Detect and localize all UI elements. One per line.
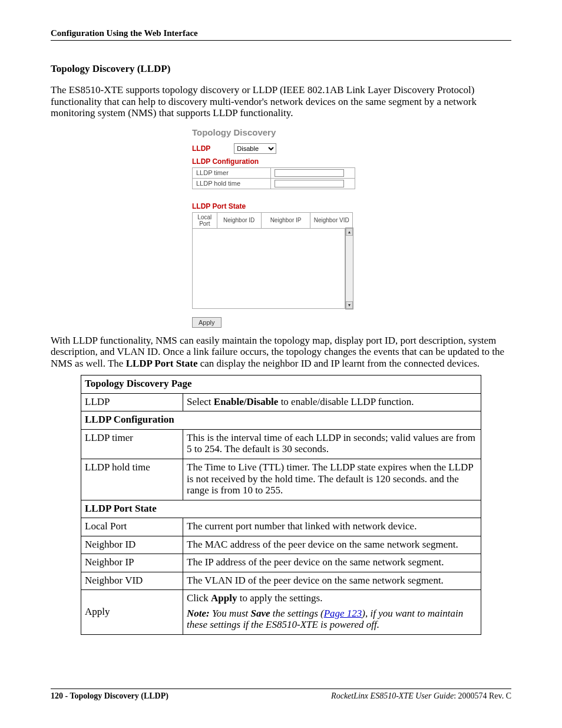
page-footer: 120 - Topology Discovery (LLDP) RocketLi… bbox=[51, 689, 511, 701]
row-cfg-header: LLDP Configuration bbox=[81, 411, 481, 430]
row-apply-desc: Click Apply to apply the settings. Note:… bbox=[183, 590, 481, 635]
row-hold-label: LLDP hold time bbox=[81, 459, 183, 500]
paragraph-2: With LLDP functionality, NMS can easily … bbox=[51, 335, 511, 370]
ps-col-nip: Neighbor IP bbox=[261, 212, 310, 228]
lldp-label: LLDP bbox=[192, 144, 210, 153]
section-title: Topology Discovery (LLDP) bbox=[51, 63, 511, 75]
lldp-config-table: LLDP timer LLDP hold time bbox=[192, 167, 355, 189]
row-timer-label: LLDP timer bbox=[81, 429, 183, 459]
lldp-timer-input[interactable] bbox=[275, 169, 344, 177]
row-hold-desc: The Time to Live (TTL) timer. The LLDP s… bbox=[183, 459, 481, 500]
row-nvid-desc: The VLAN ID of the peer device on the sa… bbox=[183, 572, 481, 590]
row-local-desc: The current port number that linked with… bbox=[183, 518, 481, 536]
ps-col-nvid: Neighbor VID bbox=[310, 212, 353, 228]
lldp-portstate-header: LLDP Port State bbox=[192, 202, 381, 210]
portstate-body: ▴ ▾ bbox=[192, 229, 345, 309]
description-table: Topology Discovery Page LLDP Select Enab… bbox=[81, 375, 481, 635]
desc-title: Topology Discovery Page bbox=[81, 375, 481, 394]
row-nid-desc: The MAC address of the peer device on th… bbox=[183, 536, 481, 554]
scrollbar[interactable]: ▴ ▾ bbox=[345, 228, 353, 309]
scroll-down-icon[interactable]: ▾ bbox=[346, 301, 353, 309]
footer-left: 120 - Topology Discovery (LLDP) bbox=[51, 691, 168, 701]
row-nip-label: Neighbor IP bbox=[81, 554, 183, 572]
intro-paragraph: The ES8510-XTE supports topology discove… bbox=[51, 84, 511, 119]
row-lldp-label: LLDP bbox=[81, 393, 183, 411]
lldp-hold-input[interactable] bbox=[275, 180, 344, 187]
row-nip-desc: The IP address of the peer device on the… bbox=[183, 554, 481, 572]
row-timer-desc: This is the interval time of each LLDP i… bbox=[183, 429, 481, 459]
ps-col-nid: Neighbor ID bbox=[217, 212, 261, 228]
footer-right: RocketLinx ES8510-XTE User Guide: 200057… bbox=[331, 691, 511, 701]
row-ps-header: LLDP Port State bbox=[81, 500, 481, 518]
ui-title: Topology Discovery bbox=[192, 127, 381, 137]
row-lldp-desc: Select Enable/Disable to enable/disable … bbox=[183, 393, 481, 411]
row-apply-label: Apply bbox=[81, 590, 183, 635]
row-local-label: Local Port bbox=[81, 518, 183, 536]
lldp-timer-label: LLDP timer bbox=[193, 167, 271, 178]
row-nid-label: Neighbor ID bbox=[81, 536, 183, 554]
lldp-select[interactable]: Disable bbox=[234, 143, 276, 154]
scroll-up-icon[interactable]: ▴ bbox=[346, 228, 353, 236]
page-header: Configuration Using the Web Interface bbox=[51, 28, 511, 41]
ps-col-local: Local Port bbox=[193, 212, 217, 228]
apply-button[interactable]: Apply bbox=[192, 317, 222, 328]
lldp-config-header: LLDP Configuration bbox=[192, 157, 381, 166]
page-link[interactable]: Page 123 bbox=[324, 608, 362, 619]
row-nvid-label: Neighbor VID bbox=[81, 572, 183, 590]
embedded-ui: Topology Discovery LLDP Disable LLDP Con… bbox=[192, 127, 381, 328]
portstate-table: Local Port Neighbor ID Neighbor IP Neigh… bbox=[192, 212, 353, 229]
lldp-hold-label: LLDP hold time bbox=[193, 178, 271, 189]
